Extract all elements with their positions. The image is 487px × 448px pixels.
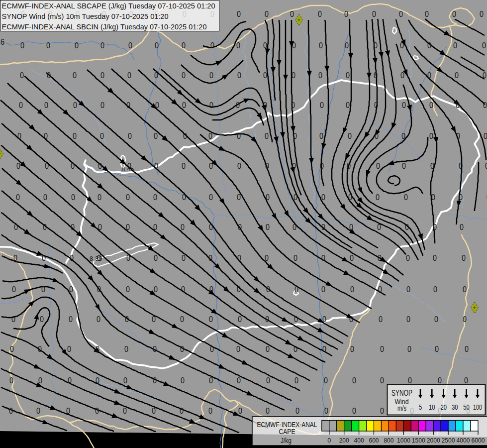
svg-text:1500: 1500 — [412, 437, 425, 444]
svg-text:0: 0 — [266, 406, 270, 415]
svg-text:0: 0 — [321, 193, 325, 202]
svg-text:0: 0 — [407, 344, 411, 353]
svg-text:0: 0 — [238, 315, 242, 324]
svg-text:0: 0 — [97, 315, 100, 324]
svg-text:0: 0 — [346, 71, 350, 80]
svg-text:0: 0 — [100, 101, 104, 110]
svg-text:0: 0 — [236, 101, 240, 110]
svg-text:0: 0 — [182, 101, 186, 110]
svg-text:0: 0 — [68, 376, 72, 385]
svg-text:0: 0 — [153, 344, 157, 353]
svg-text:0: 0 — [401, 131, 405, 140]
svg-text:0: 0 — [324, 376, 328, 385]
svg-text:J/kg: J/kg — [281, 437, 292, 445]
svg-text:0: 0 — [400, 41, 404, 50]
svg-text:0: 0 — [9, 376, 13, 385]
svg-text:0: 0 — [294, 376, 298, 385]
svg-text:0: 0 — [43, 223, 47, 231]
svg-text:0: 0 — [182, 161, 186, 170]
svg-text:0: 0 — [100, 41, 104, 50]
svg-text:0: 0 — [431, 193, 435, 202]
svg-text:0: 0 — [208, 253, 212, 262]
svg-text:0: 0 — [349, 223, 353, 231]
svg-text:0: 0 — [237, 285, 241, 294]
svg-text:0: 0 — [349, 315, 353, 324]
svg-text:6: 6 — [0, 37, 4, 46]
svg-text:0: 0 — [372, 9, 376, 18]
svg-text:0: 0 — [98, 223, 102, 231]
svg-text:0: 0 — [484, 131, 487, 140]
svg-text:0: 0 — [180, 315, 184, 324]
svg-text:0: 0 — [36, 406, 40, 415]
svg-text:0: 0 — [460, 223, 464, 231]
svg-text:0: 0 — [209, 376, 213, 385]
svg-text:0: 0 — [292, 223, 296, 231]
svg-text:0: 0 — [294, 285, 298, 294]
svg-text:0: 0 — [453, 41, 457, 50]
svg-text:0: 0 — [180, 406, 184, 415]
svg-text:200: 200 — [339, 437, 349, 444]
svg-text:0: 0 — [480, 9, 484, 18]
svg-text:0: 0 — [465, 344, 469, 353]
svg-text:0: 0 — [126, 223, 130, 231]
svg-text:0: 0 — [96, 344, 99, 353]
svg-text:0: 0 — [318, 9, 322, 18]
svg-text:0: 0 — [153, 376, 157, 385]
svg-text:0: 0 — [237, 71, 241, 80]
svg-text:0: 0 — [265, 315, 269, 324]
svg-text:0: 0 — [42, 253, 46, 262]
svg-text:0: 0 — [263, 41, 267, 50]
svg-text:0: 0 — [399, 9, 403, 18]
svg-text:0: 0 — [346, 101, 350, 110]
svg-text:0: 0 — [210, 41, 214, 50]
svg-text:0: 0 — [237, 193, 241, 202]
svg-text:0: 0 — [155, 41, 159, 50]
svg-text:0: 0 — [400, 71, 404, 80]
svg-text:0: 0 — [182, 41, 186, 50]
svg-text:0: 0 — [44, 131, 48, 140]
svg-text:0: 0 — [344, 9, 348, 18]
svg-text:0: 0 — [425, 9, 429, 18]
svg-text:0: 0 — [14, 223, 18, 231]
svg-text:0: 0 — [46, 41, 50, 50]
svg-text:0: 0 — [238, 406, 242, 415]
svg-text:2000: 2000 — [427, 437, 440, 444]
svg-text:0: 0 — [44, 101, 48, 110]
svg-text:0: 0 — [127, 71, 131, 80]
svg-text:0: 0 — [263, 101, 267, 110]
svg-text:0: 0 — [71, 161, 75, 170]
svg-text:0: 0 — [19, 101, 23, 110]
svg-text:0: 0 — [352, 376, 356, 385]
svg-text:0: 0 — [321, 253, 325, 262]
svg-text:0: 0 — [319, 131, 323, 140]
svg-text:0: 0 — [17, 131, 21, 140]
svg-text:0: 0 — [430, 161, 434, 170]
svg-text:0: 0 — [374, 71, 378, 80]
svg-text:0: 0 — [327, 437, 331, 444]
svg-text:0: 0 — [153, 223, 157, 231]
svg-text:0: 0 — [402, 161, 406, 170]
svg-text:0: 0 — [182, 253, 186, 262]
svg-text:0: 0 — [266, 223, 270, 231]
svg-text:0: 0 — [483, 71, 487, 80]
svg-text:0: 0 — [456, 101, 460, 110]
svg-text:0: 0 — [20, 71, 24, 80]
svg-text:0: 0 — [238, 223, 242, 231]
svg-text:0: 0 — [380, 344, 384, 353]
svg-text:0: 0 — [438, 376, 442, 385]
svg-text:8.39: 8.39 — [90, 255, 102, 262]
svg-text:0: 0 — [155, 101, 159, 110]
svg-text:SYNOP: SYNOP — [391, 388, 412, 397]
svg-text:0: 0 — [402, 101, 406, 110]
svg-text:0: 0 — [154, 161, 158, 170]
svg-text:0: 0 — [374, 41, 378, 50]
svg-text:100: 100 — [473, 403, 482, 411]
svg-text:0: 0 — [348, 131, 352, 140]
svg-text:0: 0 — [124, 344, 128, 353]
svg-text:0: 0 — [433, 285, 437, 294]
svg-text:0: 0 — [209, 285, 213, 294]
svg-text:0: 0 — [126, 285, 130, 294]
svg-text:0: 0 — [152, 315, 156, 324]
svg-text:0: 0 — [66, 406, 70, 415]
svg-text:0: 0 — [376, 193, 380, 202]
